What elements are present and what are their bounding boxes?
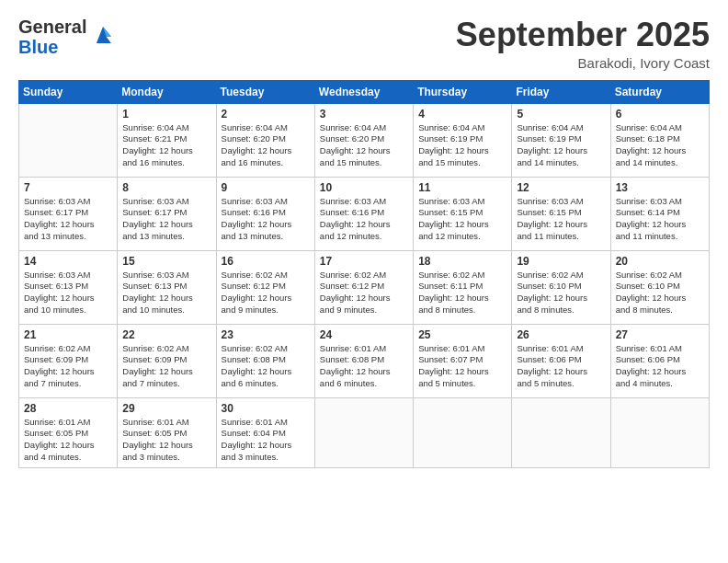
calendar-cell: 5Sunrise: 6:04 AM Sunset: 6:19 PM Daylig… — [512, 103, 610, 177]
weekday-header-row: SundayMondayTuesdayWednesdayThursdayFrid… — [19, 80, 710, 103]
day-info: Sunrise: 6:03 AM Sunset: 6:13 PM Dayligh… — [24, 270, 113, 316]
day-number: 27 — [616, 328, 705, 341]
day-number: 15 — [122, 255, 211, 268]
day-number: 10 — [320, 181, 409, 194]
logo-icon — [88, 20, 118, 50]
day-info: Sunrise: 6:04 AM Sunset: 6:20 PM Dayligh… — [222, 122, 311, 169]
day-number: 5 — [517, 108, 606, 121]
location: Barakodi, Ivory Coast — [456, 55, 710, 71]
day-info: Sunrise: 6:02 AM Sunset: 6:10 PM Dayligh… — [517, 270, 606, 316]
calendar-week-row: 21Sunrise: 6:02 AM Sunset: 6:09 PM Dayli… — [19, 324, 710, 397]
day-info: Sunrise: 6:03 AM Sunset: 6:15 PM Dayligh… — [418, 196, 507, 243]
day-number: 22 — [122, 328, 211, 341]
day-info: Sunrise: 6:02 AM Sunset: 6:08 PM Dayligh… — [222, 343, 311, 390]
calendar-week-row: 1Sunrise: 6:04 AM Sunset: 6:21 PM Daylig… — [19, 103, 710, 177]
weekday-header: Saturday — [610, 80, 709, 103]
calendar-cell: 16Sunrise: 6:02 AM Sunset: 6:12 PM Dayli… — [216, 250, 314, 324]
logo-blue: Blue — [18, 37, 58, 57]
day-number: 20 — [616, 255, 705, 268]
calendar: SundayMondayTuesdayWednesdayThursdayFrid… — [18, 80, 710, 468]
calendar-cell: 18Sunrise: 6:02 AM Sunset: 6:11 PM Dayli… — [414, 250, 512, 324]
calendar-cell: 6Sunrise: 6:04 AM Sunset: 6:18 PM Daylig… — [610, 103, 709, 177]
calendar-cell: 4Sunrise: 6:04 AM Sunset: 6:19 PM Daylig… — [414, 103, 512, 177]
day-info: Sunrise: 6:03 AM Sunset: 6:13 PM Dayligh… — [122, 270, 211, 316]
calendar-cell: 1Sunrise: 6:04 AM Sunset: 6:21 PM Daylig… — [118, 103, 216, 177]
weekday-header: Thursday — [414, 80, 512, 103]
calendar-cell — [610, 397, 709, 467]
day-info: Sunrise: 6:03 AM Sunset: 6:15 PM Dayligh… — [517, 196, 606, 243]
header: General Blue September 2025 Barakodi, Iv… — [18, 17, 710, 71]
calendar-cell: 10Sunrise: 6:03 AM Sunset: 6:16 PM Dayli… — [314, 177, 413, 250]
calendar-cell: 19Sunrise: 6:02 AM Sunset: 6:10 PM Dayli… — [512, 250, 610, 324]
day-info: Sunrise: 6:01 AM Sunset: 6:06 PM Dayligh… — [517, 343, 606, 390]
day-number: 19 — [517, 255, 606, 268]
calendar-cell: 17Sunrise: 6:02 AM Sunset: 6:12 PM Dayli… — [314, 250, 413, 324]
calendar-cell: 29Sunrise: 6:01 AM Sunset: 6:05 PM Dayli… — [118, 397, 216, 467]
calendar-week-row: 7Sunrise: 6:03 AM Sunset: 6:17 PM Daylig… — [19, 177, 710, 250]
day-info: Sunrise: 6:02 AM Sunset: 6:11 PM Dayligh… — [418, 270, 507, 316]
calendar-cell: 25Sunrise: 6:01 AM Sunset: 6:07 PM Dayli… — [414, 324, 512, 397]
calendar-cell — [314, 397, 413, 467]
calendar-cell: 9Sunrise: 6:03 AM Sunset: 6:16 PM Daylig… — [216, 177, 314, 250]
day-info: Sunrise: 6:03 AM Sunset: 6:14 PM Dayligh… — [616, 196, 705, 243]
logo: General Blue — [18, 17, 118, 57]
day-number: 23 — [222, 328, 311, 341]
day-number: 24 — [320, 328, 409, 341]
calendar-week-row: 28Sunrise: 6:01 AM Sunset: 6:05 PM Dayli… — [19, 397, 710, 467]
calendar-cell — [512, 397, 610, 467]
calendar-week-row: 14Sunrise: 6:03 AM Sunset: 6:13 PM Dayli… — [19, 250, 710, 324]
calendar-cell — [19, 103, 118, 177]
title-block: September 2025 Barakodi, Ivory Coast — [456, 17, 710, 71]
calendar-cell: 24Sunrise: 6:01 AM Sunset: 6:08 PM Dayli… — [314, 324, 413, 397]
day-info: Sunrise: 6:02 AM Sunset: 6:09 PM Dayligh… — [24, 343, 113, 390]
day-info: Sunrise: 6:02 AM Sunset: 6:12 PM Dayligh… — [320, 270, 409, 316]
calendar-cell: 3Sunrise: 6:04 AM Sunset: 6:20 PM Daylig… — [314, 103, 413, 177]
weekday-header: Sunday — [19, 80, 118, 103]
calendar-cell: 7Sunrise: 6:03 AM Sunset: 6:17 PM Daylig… — [19, 177, 118, 250]
day-number: 4 — [418, 108, 507, 121]
logo-general: General — [18, 17, 86, 37]
weekday-header: Tuesday — [216, 80, 314, 103]
calendar-cell: 28Sunrise: 6:01 AM Sunset: 6:05 PM Dayli… — [19, 397, 118, 467]
day-number: 17 — [320, 255, 409, 268]
day-number: 26 — [517, 328, 606, 341]
day-number: 29 — [122, 402, 211, 415]
day-number: 9 — [222, 181, 311, 194]
day-info: Sunrise: 6:03 AM Sunset: 6:16 PM Dayligh… — [222, 196, 311, 243]
calendar-cell: 8Sunrise: 6:03 AM Sunset: 6:17 PM Daylig… — [118, 177, 216, 250]
day-number: 1 — [122, 108, 211, 121]
day-info: Sunrise: 6:04 AM Sunset: 6:18 PM Dayligh… — [616, 122, 705, 169]
day-info: Sunrise: 6:04 AM Sunset: 6:19 PM Dayligh… — [517, 122, 606, 169]
weekday-header: Friday — [512, 80, 610, 103]
day-info: Sunrise: 6:03 AM Sunset: 6:16 PM Dayligh… — [320, 196, 409, 243]
day-info: Sunrise: 6:01 AM Sunset: 6:05 PM Dayligh… — [122, 417, 211, 464]
day-number: 28 — [24, 402, 113, 415]
calendar-cell: 14Sunrise: 6:03 AM Sunset: 6:13 PM Dayli… — [19, 250, 118, 324]
day-info: Sunrise: 6:04 AM Sunset: 6:20 PM Dayligh… — [320, 122, 409, 169]
calendar-cell: 13Sunrise: 6:03 AM Sunset: 6:14 PM Dayli… — [610, 177, 709, 250]
day-info: Sunrise: 6:01 AM Sunset: 6:08 PM Dayligh… — [320, 343, 409, 390]
day-info: Sunrise: 6:04 AM Sunset: 6:21 PM Dayligh… — [122, 122, 211, 169]
calendar-cell: 22Sunrise: 6:02 AM Sunset: 6:09 PM Dayli… — [118, 324, 216, 397]
day-number: 12 — [517, 181, 606, 194]
day-number: 30 — [222, 402, 311, 415]
day-number: 14 — [24, 255, 113, 268]
page: General Blue September 2025 Barakodi, Iv… — [0, 0, 728, 563]
day-number: 16 — [222, 255, 311, 268]
month-title: September 2025 — [456, 17, 710, 53]
day-info: Sunrise: 6:03 AM Sunset: 6:17 PM Dayligh… — [24, 196, 113, 243]
day-info: Sunrise: 6:04 AM Sunset: 6:19 PM Dayligh… — [418, 122, 507, 169]
weekday-header: Wednesday — [314, 80, 413, 103]
calendar-cell: 26Sunrise: 6:01 AM Sunset: 6:06 PM Dayli… — [512, 324, 610, 397]
day-number: 25 — [418, 328, 507, 341]
calendar-cell: 2Sunrise: 6:04 AM Sunset: 6:20 PM Daylig… — [216, 103, 314, 177]
calendar-cell: 23Sunrise: 6:02 AM Sunset: 6:08 PM Dayli… — [216, 324, 314, 397]
calendar-cell: 15Sunrise: 6:03 AM Sunset: 6:13 PM Dayli… — [118, 250, 216, 324]
day-info: Sunrise: 6:01 AM Sunset: 6:07 PM Dayligh… — [418, 343, 507, 390]
day-number: 6 — [616, 108, 705, 121]
day-number: 8 — [122, 181, 211, 194]
day-info: Sunrise: 6:01 AM Sunset: 6:05 PM Dayligh… — [24, 417, 113, 464]
day-info: Sunrise: 6:01 AM Sunset: 6:04 PM Dayligh… — [222, 417, 311, 464]
day-number: 21 — [24, 328, 113, 341]
day-info: Sunrise: 6:02 AM Sunset: 6:09 PM Dayligh… — [122, 343, 211, 390]
